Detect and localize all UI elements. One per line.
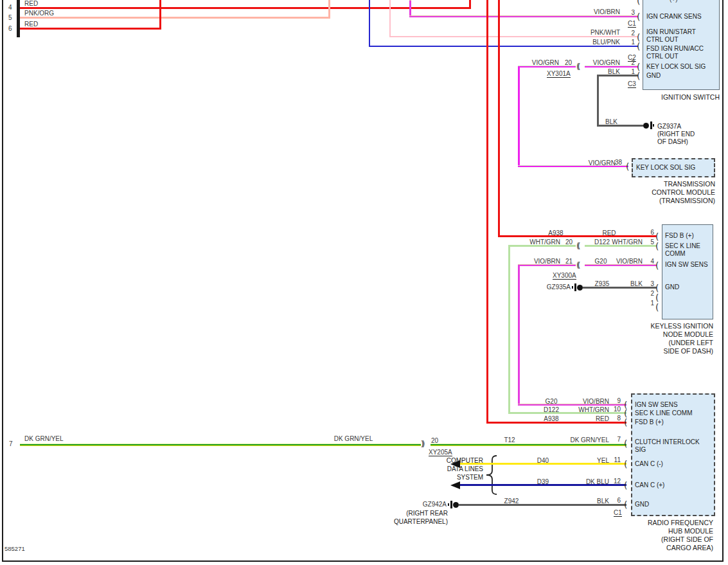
ground-symbol-gz937a-tick (653, 124, 654, 127)
wire-pnkwht-horizontal (389, 36, 638, 37)
ground-name-gz935a: GZ935A (538, 283, 571, 291)
splice-name-xy301a: XY301A (547, 70, 571, 78)
pin-bracket: ( (655, 283, 659, 292)
pin-bracket: ( (655, 242, 659, 251)
pin-number: 3 (643, 281, 654, 287)
computer-data-lines-brace (484, 454, 498, 496)
wire-pnkorg-row5-up (328, 0, 330, 19)
wire-label-whtgrn-right: WHT/GRN (610, 238, 643, 246)
splice-symbol-xy300a: (( (576, 262, 578, 269)
wire-viobrn-vertical-kin (518, 264, 520, 406)
circuit-label-g20: G20 (590, 258, 612, 265)
ignition-partial-top-text: (+) (670, 0, 678, 3)
row4-wire-label: RED (24, 0, 38, 7)
ground-symbol-gz942a-dot (453, 502, 459, 508)
wire-red-row4-up (469, 0, 471, 9)
page-border-bottom (2, 561, 723, 562)
network-arrow-icon (450, 460, 460, 468)
wire-label-whtgrn-left: WHT/GRN (522, 238, 560, 246)
splice-name-xy300a: XY300A (553, 272, 576, 280)
pin-bracket: ( (655, 261, 659, 270)
pin-number: 1 (643, 300, 654, 307)
wire-label-red: RED (596, 229, 622, 237)
wire-red-row6-up (159, 0, 161, 30)
connector-label-c1-rf: C1 (614, 509, 622, 517)
wire-label-dkblu: DK BLU (577, 478, 609, 485)
pin-bracket: ( (637, 0, 640, 5)
pin-number: 6 (643, 229, 654, 236)
wire-red-row4 (20, 7, 470, 9)
pin-bracket: ( (624, 439, 627, 448)
wire-whtgrn-vertical (508, 245, 510, 413)
signal-can-c-plus: CAN C (+) (635, 481, 664, 489)
pin-number: 11 (609, 457, 621, 463)
module-name-ignition-switch: IGNITION SWITCH (636, 93, 720, 102)
ground-symbol-gz937a-dot (643, 123, 649, 129)
circuit-label-g20-rf: G20 (538, 398, 564, 405)
circuit-label-d122-rf: D122 (538, 406, 564, 413)
pin-number: 6 (609, 498, 621, 504)
pin-bracket: ( (624, 460, 627, 469)
wire-viogrn-vertical (518, 66, 520, 167)
signal-key-lock-sol-sig-tcm: KEY LOCK SOL SIG (636, 164, 695, 172)
wire-dkgrnyel-left (20, 444, 421, 446)
splice-symbol-xy205a: )) (421, 440, 423, 448)
page-border-right (722, 0, 724, 562)
signal-ign-crank-sens: IGN CRANK SENS (646, 13, 702, 21)
wire-label-blk-z935: BLK (617, 280, 643, 287)
ground-symbol-gz942a-bar (450, 501, 452, 508)
wire-viobrn-vertical-top (409, 0, 411, 17)
pin-number: 3 (623, 10, 635, 16)
wire-pnkwht-vertical (389, 0, 391, 37)
ground-symbol-gz935a-dot (577, 285, 583, 291)
gauge-label: 20 (565, 59, 572, 66)
pin-number: 2 (643, 291, 654, 297)
row5-wire-label: PNK/ORG (24, 10, 54, 17)
pin-number: 12 (609, 478, 621, 485)
wire-label-viogrn-left: VIO/GRN (524, 59, 559, 66)
pin-bracket: ( (624, 409, 627, 418)
pin-bracket: ( (655, 303, 659, 312)
pin-bracket: ( (637, 12, 640, 21)
ground-symbol-gz935a-tick (572, 286, 573, 289)
row5-number: 5 (8, 15, 12, 21)
signal-ign-run-start: IGN RUN/START CTRL OUT (646, 28, 696, 44)
wire-label-pnkwht: PNK/WHT (582, 29, 620, 36)
splice-symbol-xy301a: (( (576, 63, 578, 71)
circuit-label-d40: D40 (530, 457, 556, 464)
pin-number: 1 (623, 69, 635, 75)
pin-number: 8 (609, 415, 621, 422)
module-name-rf-hub: RADIO FREQUENCY HUB MODULE (RIGHT SIDE O… (604, 519, 713, 552)
network-arrow-icon (450, 481, 460, 489)
signal-key-lock-sol-sig: KEY LOCK SOL SIG (646, 63, 706, 71)
module-name-keyless-ignition: KEYLESS IGNITION NODE MODULE (UNDER LEFT… (617, 322, 713, 355)
ground-location-gz937a: (RIGHT END OF DASH) (657, 130, 695, 146)
pin-bracket: ( (624, 481, 627, 490)
wire-label-blk: BLK (582, 68, 620, 75)
gauge-label: 20 (565, 238, 573, 246)
circuit-label-d39: D39 (530, 478, 556, 485)
pin-number: 5 (643, 239, 654, 246)
ground-symbol-gz937a-bar (650, 121, 652, 129)
pin-bracket: ( (624, 418, 627, 427)
wire-red-vertical-a938-kin (498, 0, 500, 237)
connector-label-c1: C1 (628, 20, 636, 28)
pin-number: 38 (610, 159, 622, 166)
wire-blk-to-gz937a (597, 125, 643, 127)
wire-label-viobrn-left: VIO/BRN (522, 258, 560, 265)
pin-bracket: ( (637, 71, 640, 80)
row4-number: 4 (8, 4, 12, 11)
pin-number: 10 (609, 406, 621, 413)
row6-wire-label: RED (24, 21, 38, 28)
circuit-label-z935: Z935 (590, 280, 614, 287)
wire-label-viobrn-rf: VIO/BRN (577, 398, 609, 405)
signal-fsd-ign-run-acc: FSD IGN RUN/ACC CTRL OUT (646, 45, 704, 60)
wire-pnkorg-row5 (20, 17, 330, 19)
wire-blk-ign-vertical (597, 75, 599, 127)
circuit-label-a938-rf: A938 (538, 415, 564, 422)
pin-number: 4 (643, 258, 654, 265)
wire-label-viobrn-right: VIO/BRN (610, 258, 643, 265)
wire-label-blk-gz937a: BLK (605, 118, 617, 125)
circuit-label-z942: Z942 (498, 498, 525, 505)
row7-wire-label: DK GRN/YEL (24, 435, 64, 442)
